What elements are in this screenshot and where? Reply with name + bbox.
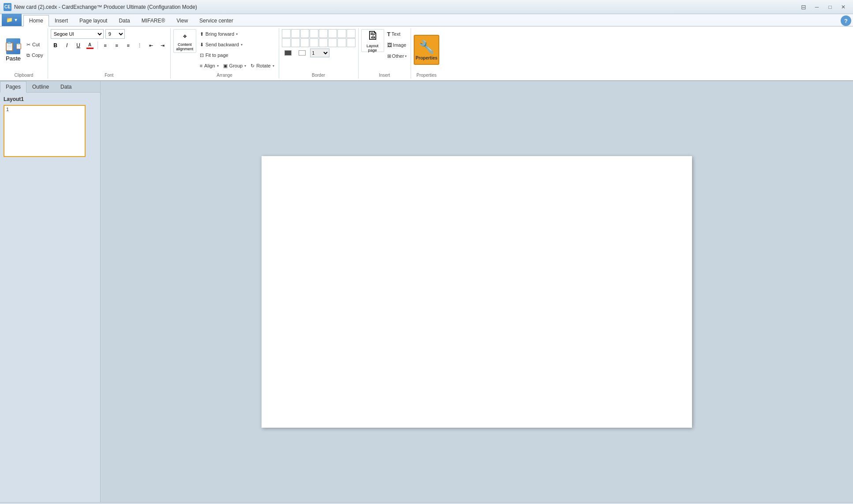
border-cell-4[interactable]: [310, 29, 318, 38]
border-cell-11[interactable]: [300, 38, 309, 47]
font-size-select[interactable]: 9: [105, 29, 125, 39]
page-thumbnail[interactable]: 1: [4, 105, 86, 157]
border-cell-15[interactable]: [337, 38, 346, 47]
help-button[interactable]: ?: [841, 15, 851, 26]
indent-increase-button[interactable]: ⇥: [158, 41, 168, 50]
border-cell-1[interactable]: [282, 29, 291, 38]
tab-data[interactable]: Data: [113, 15, 135, 26]
tab-home[interactable]: Home: [23, 15, 49, 26]
send-backward-icon: ⬇: [200, 42, 204, 48]
tab-page-layout[interactable]: Page layout: [74, 15, 113, 26]
title-bar: CE New card (2).cedx - CardExchange™ Pro…: [0, 0, 853, 14]
close-button[interactable]: ✕: [837, 3, 849, 11]
arrange-right: ⬆ Bring forward ▾ ⬇ Send backward ▾ ⊡ Fi…: [198, 29, 276, 71]
border-color-row: 1: [282, 48, 329, 58]
border-cell-7[interactable]: [337, 29, 346, 38]
border-cell-12[interactable]: [310, 38, 318, 47]
border-cell-6[interactable]: [328, 29, 337, 38]
border-cell-10[interactable]: [291, 38, 300, 47]
insert-other-button[interactable]: ⊞ Other ▾: [386, 51, 408, 61]
app-menu-button[interactable]: 📁 ▾: [2, 14, 22, 26]
paste-button[interactable]: 📋 Paste: [3, 37, 24, 63]
border-color-button[interactable]: [282, 48, 294, 58]
fit-to-page-button[interactable]: ⊡ Fit to page: [198, 50, 276, 60]
align-right-button[interactable]: ≡: [123, 41, 133, 50]
layout-page-icon: 🖺: [367, 29, 378, 43]
border-cell-13[interactable]: [319, 38, 328, 47]
rotate-button[interactable]: ↻ Rotate ▾: [249, 61, 276, 71]
border-cell-8[interactable]: [347, 29, 355, 38]
content-alignment-button[interactable]: ✥ Contentalignment: [173, 29, 196, 53]
rotate-icon: ↻: [251, 63, 254, 69]
border-cell-9[interactable]: [282, 38, 291, 47]
tab-data-panel[interactable]: Data: [55, 81, 77, 92]
border-label: Border: [279, 73, 358, 78]
border-group-content: 1: [282, 29, 355, 78]
bring-forward-button[interactable]: ⬆ Bring forward ▾: [198, 29, 276, 39]
align-button[interactable]: ≡ Align ▾: [198, 61, 221, 71]
indent-decrease-button[interactable]: ⇤: [146, 41, 156, 50]
tab-insert[interactable]: Insert: [49, 15, 74, 26]
minimize-button[interactable]: ─: [811, 3, 823, 11]
border-group: 1 Border: [279, 28, 359, 78]
properties-button-label: Properties: [415, 56, 437, 60]
bring-forward-label: Bring forward: [206, 31, 234, 37]
card-canvas[interactable]: [262, 156, 692, 428]
cut-button[interactable]: ✂ Cut: [25, 40, 45, 49]
ribbon: 📁 ▾ Home Insert Page layout Data MIFARE®…: [0, 14, 853, 81]
align-justify-button[interactable]: ⋮: [135, 41, 145, 50]
align-left-button[interactable]: ≡: [101, 41, 110, 50]
properties-button[interactable]: 🔧 Properties: [414, 35, 439, 65]
border-grid: [282, 29, 355, 47]
border-cell-16[interactable]: [347, 38, 355, 47]
layout-page-button[interactable]: 🖺 Layoutpage: [361, 29, 384, 52]
paste-label: Paste: [6, 55, 21, 62]
copy-button[interactable]: ⧉ Copy: [25, 50, 45, 60]
tab-service-center[interactable]: Service center: [194, 15, 239, 26]
insert-group-content: 🖺 Layoutpage T Text 🖼 Image ⊞ Other: [361, 29, 408, 78]
underline-button[interactable]: U: [74, 41, 83, 50]
bold-button[interactable]: B: [51, 41, 60, 50]
maximize-button[interactable]: □: [824, 3, 836, 11]
title-bar-left: CE New card (2).cedx - CardExchange™ Pro…: [4, 3, 197, 11]
tab-pages[interactable]: Pages: [0, 81, 26, 93]
align-center-button[interactable]: ≡: [112, 41, 122, 50]
arrange-group: ✥ Contentalignment ⬆ Bring forward ▾ ⬇ S…: [171, 28, 279, 78]
text-color-bar: [86, 48, 94, 49]
font-group: Segoe UI 9 B I U A ≡ ≡: [48, 28, 171, 78]
text-color-button[interactable]: A: [85, 41, 95, 50]
app-menu-arrow: ▾: [15, 17, 17, 23]
arrange-label: Arrange: [171, 73, 279, 78]
copy-icon: ⧉: [26, 52, 30, 58]
border-fill-button[interactable]: [296, 48, 308, 58]
text-icon: T: [387, 31, 391, 37]
title-text: New card (2).cedx - CardExchange™ Produc…: [14, 4, 197, 10]
app-icon-text: CE: [4, 4, 11, 9]
group-button[interactable]: ▣ Group ▾: [221, 61, 248, 71]
clipboard-label: Clipboard: [0, 73, 48, 78]
tab-view[interactable]: View: [171, 15, 194, 26]
insert-items-column: T Text 🖼 Image ⊞ Other ▾: [386, 29, 408, 61]
insert-text-button[interactable]: T Text: [386, 29, 408, 39]
border-width-select[interactable]: 1: [310, 49, 329, 57]
text-label: Text: [392, 31, 400, 37]
font-family-select[interactable]: Segoe UI: [51, 29, 104, 39]
font-label: Font: [48, 73, 170, 78]
border-cell-5[interactable]: [319, 29, 328, 38]
pin-button[interactable]: ⊟: [801, 4, 806, 11]
font-row-2: B I U A ≡ ≡ ≡ ⋮ ⇤ ⇥: [51, 41, 168, 50]
send-backward-button[interactable]: ⬇ Send backward ▾: [198, 40, 276, 49]
border-cell-3[interactable]: [300, 29, 309, 38]
align-icon: ≡: [200, 63, 202, 68]
ribbon-content: 📋 Paste ✂ Cut ⧉ Copy Clipboard: [0, 26, 853, 81]
italic-button[interactable]: I: [62, 41, 72, 50]
border-cell-2[interactable]: [291, 29, 300, 38]
properties-group-content: 🔧 Properties: [414, 29, 439, 78]
content-alignment-icon: ✥: [180, 31, 190, 41]
tab-mifare[interactable]: MIFARE®: [136, 15, 171, 26]
other-label: Other: [392, 53, 404, 59]
border-color-swatch: [284, 50, 292, 56]
border-cell-14[interactable]: [328, 38, 337, 47]
insert-image-button[interactable]: 🖼 Image: [386, 40, 408, 50]
tab-outline[interactable]: Outline: [26, 81, 55, 92]
